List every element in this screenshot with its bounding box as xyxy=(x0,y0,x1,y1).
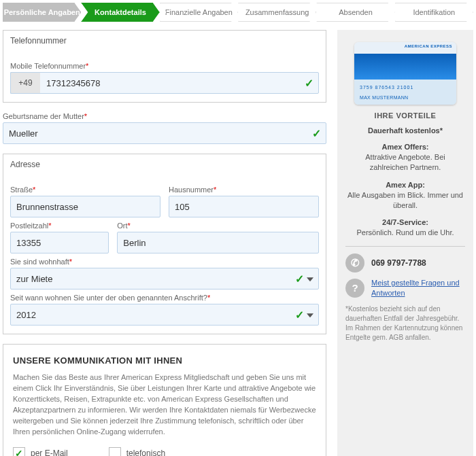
footnote: *Kostenlos bezieht sich auf den dauerhaf… xyxy=(345,304,465,343)
address-section: Adresse Straße* Hausnummer* Postleitzahl… xyxy=(3,154,326,334)
section-header: Telefonnummer xyxy=(3,31,326,51)
mother-input[interactable] xyxy=(3,122,326,144)
benefits-heading: IHRE VORTEILE xyxy=(345,111,465,120)
since-label: Seit wann wohnen Sie unter der oben gena… xyxy=(10,294,319,302)
card-holder: MAX MUSTERMANN xyxy=(360,95,408,100)
phone-icon: ✆ xyxy=(345,253,364,273)
mother-section: Geburtsname der Mutter* xyxy=(3,112,326,144)
comm-title: UNSERE KOMMUNIKATION MIT IHNEN xyxy=(13,355,316,366)
step-contact[interactable]: Kontaktdetails xyxy=(81,3,159,22)
city-label: Ort* xyxy=(117,222,319,230)
step-summary: Zusammenfassung xyxy=(238,3,316,22)
benefit-title: Dauerhaft kostenlos* xyxy=(345,126,465,135)
benefit-text: Attraktive Angebote. Bei zahlreichen Par… xyxy=(345,152,465,173)
card-brand: AMERICAN EXPRESS xyxy=(405,44,452,48)
housenumber-input[interactable] xyxy=(169,196,319,217)
mobile-input[interactable] xyxy=(10,72,319,94)
country-prefix[interactable]: +49 xyxy=(10,72,40,94)
zip-label: Postleitzahl* xyxy=(10,222,109,230)
since-select[interactable]: 2012 xyxy=(10,304,319,326)
step-financial: Finanzielle Angaben xyxy=(160,3,238,22)
support-phone: ✆ 069 9797-7788 xyxy=(345,253,465,273)
benefit-text: Alle Ausgaben im Blick. Immer und überal… xyxy=(345,190,465,211)
city-input[interactable] xyxy=(117,232,319,253)
card-number: 3759 876543 21001 xyxy=(360,85,413,90)
step-send: Absenden xyxy=(316,3,394,22)
mother-label: Geburtsname der Mutter* xyxy=(3,112,326,120)
help-icon: ? xyxy=(345,279,364,298)
phone-checkbox[interactable]: telefonisch xyxy=(109,447,165,456)
street-label: Straße* xyxy=(10,186,160,194)
checkbox-empty-icon xyxy=(109,447,121,456)
step-ident: Identifikation xyxy=(395,3,473,22)
communication-section: UNSERE KOMMUNIKATION MIT IHNEN Machen Si… xyxy=(3,344,326,456)
benefit-text: Persönlich. Rund um die Uhr. xyxy=(345,228,465,238)
benefit-title: Amex App: xyxy=(345,181,465,189)
residency-select[interactable]: zur Miete xyxy=(10,268,319,290)
phone-section: Telefonnummer Mobile Telefonnummer* +49 xyxy=(3,30,326,103)
card-image: AMERICAN EXPRESS 3759 876543 21001 MAX M… xyxy=(354,42,456,105)
benefit-title: Amex Offers: xyxy=(345,143,465,151)
mobile-label: Mobile Telefonnummer* xyxy=(10,62,319,70)
progress-steps: Persönliche Angaben Kontaktdetails Finan… xyxy=(0,0,476,30)
faq-row: ? Meist gestellte Fragen und Antworten xyxy=(345,278,465,298)
residency-label: Sie sind wohnhaft* xyxy=(10,258,319,266)
benefit-title: 24/7-Service: xyxy=(345,218,465,226)
checkmark-icon: ✓ xyxy=(13,447,25,456)
step-personal[interactable]: Persönliche Angaben xyxy=(3,3,81,22)
phone-number: 069 9797-7788 xyxy=(371,258,426,268)
faq-link[interactable]: Meist gestellte Fragen und Antworten xyxy=(371,278,465,298)
comm-text: Machen Sie das Beste aus Ihrer American … xyxy=(13,372,316,438)
zip-input[interactable] xyxy=(10,232,109,253)
email-checkbox[interactable]: ✓per E-Mail xyxy=(13,447,68,456)
section-header: Adresse xyxy=(3,154,326,175)
housenumber-label: Hausnummer* xyxy=(169,186,319,194)
sidebar: AMERICAN EXPRESS 3759 876543 21001 MAX M… xyxy=(337,30,473,456)
street-input[interactable] xyxy=(10,196,160,217)
